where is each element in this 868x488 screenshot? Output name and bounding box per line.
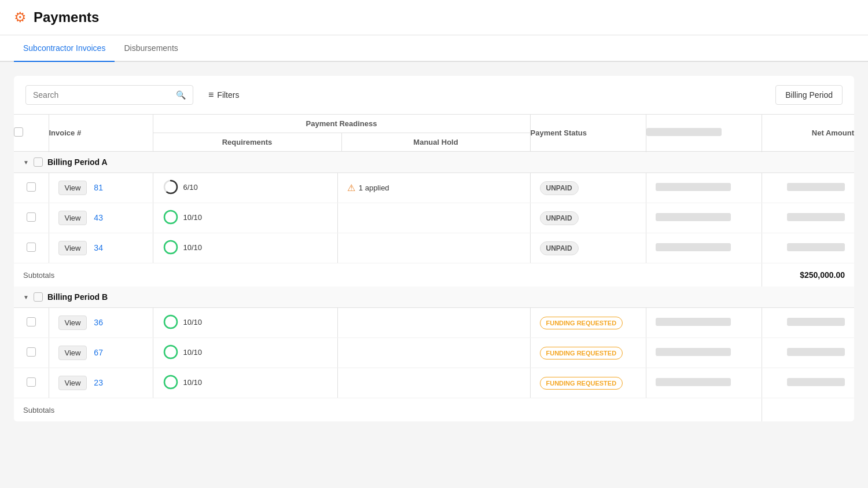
filter-icon: ≡	[208, 90, 214, 100]
svg-point-9	[164, 346, 177, 358]
select-all-checkbox[interactable]	[14, 127, 23, 137]
status-cell: FUNDING REQUESTED	[530, 368, 646, 398]
extra-bar	[656, 243, 731, 251]
svg-point-5	[164, 241, 177, 254]
invoice-cell: View 34	[49, 233, 153, 263]
search-icon: 🔍	[176, 90, 186, 100]
view-button[interactable]: View	[58, 211, 87, 225]
tab-bar: Subcontractor Invoices Disbursements	[0, 35, 868, 62]
status-badge: UNPAID	[540, 241, 579, 255]
row-checkbox[interactable]	[27, 317, 36, 326]
filters-label: Filters	[217, 90, 239, 100]
amount-bar	[787, 318, 845, 326]
chevron-down-icon[interactable]: ▼	[23, 159, 29, 166]
warning-icon: ⚠	[347, 182, 355, 193]
requirements-cell: 10/10	[153, 233, 337, 263]
amount-bar	[787, 213, 845, 221]
manual-hold-cell: ⚠ 1 applied	[337, 173, 530, 203]
extra-bar	[656, 318, 731, 326]
requirements-value: 6/10	[183, 183, 198, 192]
invoice-link[interactable]: 23	[94, 378, 103, 387]
extra-cell	[646, 368, 762, 398]
group-checkbox-0[interactable]	[34, 157, 43, 167]
subtotal-amount: $250,000.00	[800, 270, 845, 280]
status-badge: FUNDING REQUESTED	[540, 377, 623, 390]
search-input[interactable]	[33, 90, 171, 100]
group-checkbox-1[interactable]	[34, 292, 43, 302]
requirements-cell: 6/10	[153, 173, 337, 203]
requirements-cell: 10/10	[153, 338, 337, 368]
chevron-down-icon[interactable]: ▼	[23, 294, 29, 300]
amount-bar	[787, 348, 845, 356]
th-extra	[646, 115, 762, 152]
subtotals-label: Subtotals	[23, 406, 54, 414]
search-box[interactable]: 🔍	[25, 85, 193, 105]
status-cell: FUNDING REQUESTED	[530, 308, 646, 338]
extra-cell	[646, 308, 762, 338]
th-invoice: Invoice #	[49, 115, 153, 152]
row-checkbox-cell	[14, 338, 49, 368]
row-checkbox-cell	[14, 203, 49, 233]
invoice-link[interactable]: 36	[94, 318, 103, 327]
row-checkbox[interactable]	[27, 377, 36, 387]
status-badge: FUNDING REQUESTED	[540, 317, 623, 329]
amount-cell	[762, 308, 854, 338]
extra-bar	[656, 378, 731, 386]
manual-hold-cell	[337, 233, 530, 263]
subtotals-row: Subtotals $250,000.00	[14, 263, 854, 287]
view-button[interactable]: View	[58, 181, 87, 195]
toolbar: 🔍 ≡ Filters Billing Period	[14, 76, 854, 115]
gear-icon: ⚙	[14, 9, 27, 25]
extra-bar	[656, 348, 731, 356]
th-requirements: Requirements	[153, 133, 342, 151]
billing-group-row: ▼ Billing Period B	[14, 287, 854, 308]
amount-cell	[762, 233, 854, 263]
manual-hold-cell	[337, 203, 530, 233]
billing-group-row: ▼ Billing Period A	[14, 152, 854, 173]
invoice-link[interactable]: 81	[94, 183, 103, 192]
billing-period-button[interactable]: Billing Period	[775, 85, 843, 105]
amount-cell	[762, 203, 854, 233]
view-button[interactable]: View	[58, 241, 87, 255]
manual-hold-cell	[337, 308, 530, 338]
amount-cell	[762, 338, 854, 368]
amount-bar	[787, 243, 845, 251]
invoice-cell: View 81	[49, 173, 153, 203]
th-payment-status: Payment Status	[530, 115, 646, 152]
status-cell: UNPAID	[530, 203, 646, 233]
requirements-cell: 10/10	[153, 203, 337, 233]
th-net-amount: Net Amount	[762, 115, 854, 152]
filters-button[interactable]: ≡ Filters	[200, 85, 247, 105]
page-title: Payments	[34, 9, 99, 25]
billing-period-label: Billing Period B	[47, 292, 108, 302]
page-header: ⚙ Payments	[0, 0, 868, 35]
view-button[interactable]: View	[58, 346, 87, 360]
tab-subcontractor-invoices[interactable]: Subcontractor Invoices	[14, 35, 115, 62]
amount-bar	[787, 183, 845, 191]
table-container: Invoice # Payment Readiness Requirements…	[14, 115, 854, 421]
invoice-link[interactable]: 34	[94, 243, 103, 252]
status-cell: UNPAID	[530, 173, 646, 203]
extra-bar	[656, 183, 731, 191]
billing-period-label: Billing Period A	[47, 157, 108, 167]
row-checkbox-cell	[14, 368, 49, 398]
row-checkbox[interactable]	[27, 182, 36, 192]
row-checkbox[interactable]	[27, 212, 36, 222]
row-checkbox[interactable]	[27, 243, 36, 252]
th-manual-hold: Manual Hold	[342, 133, 530, 151]
row-checkbox[interactable]	[27, 347, 36, 357]
requirements-value: 10/10	[183, 318, 203, 326]
subtotals-label: Subtotals	[23, 271, 54, 280]
table-body: ▼ Billing Period A View 81 6/10	[14, 152, 854, 422]
status-badge: UNPAID	[540, 181, 579, 195]
manual-hold-cell	[337, 368, 530, 398]
view-button[interactable]: View	[58, 315, 87, 330]
pr-header-label: Payment Readiness	[153, 115, 530, 133]
invoice-link[interactable]: 67	[94, 348, 103, 357]
tab-disbursements[interactable]: Disbursements	[115, 35, 187, 62]
requirements-value: 10/10	[183, 243, 203, 252]
subtotals-row: Subtotals	[14, 398, 854, 422]
requirements-value: 10/10	[183, 213, 203, 222]
view-button[interactable]: View	[58, 376, 87, 390]
invoice-link[interactable]: 43	[94, 213, 103, 222]
